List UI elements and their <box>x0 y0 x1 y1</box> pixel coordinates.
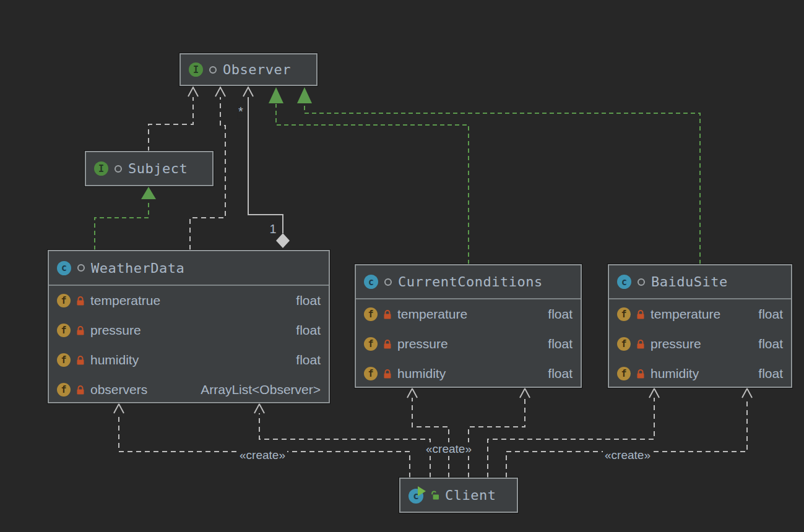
triangle-arrowhead-icon <box>297 87 312 103</box>
node-title: Client <box>445 487 496 503</box>
field-type: float <box>548 307 573 322</box>
field-row[interactable]: f humidity float <box>356 359 581 388</box>
node-baidusite[interactable]: c BaiduSite f temperature float f pressu… <box>608 264 792 388</box>
open-arrowhead-icon <box>254 404 264 413</box>
private-lock-icon <box>636 309 645 319</box>
edge-client-creates-currentconditions-1[interactable] <box>407 388 449 478</box>
edge-client-creates-currentconditions-2[interactable] <box>469 388 530 478</box>
private-lock-icon <box>383 309 392 319</box>
field-icon: f <box>57 294 71 307</box>
field-row[interactable]: f humidity float <box>609 359 791 388</box>
runnable-class-icon: c <box>408 488 425 503</box>
field-row[interactable]: f humidity float <box>49 345 329 375</box>
triangle-arrowhead-icon <box>269 87 283 103</box>
visibility-icon <box>638 278 645 286</box>
field-row[interactable]: f temperature float <box>609 299 791 329</box>
edge-client-creates-baidusite-2[interactable] <box>506 388 752 478</box>
node-observer[interactable]: I Observer <box>179 53 318 86</box>
field-name: temperatrue <box>90 293 160 308</box>
field-name: temperature <box>651 307 720 322</box>
edge-subject-to-observer[interactable] <box>149 87 198 152</box>
field-name: humidity <box>651 366 699 381</box>
triangle-arrowhead-icon <box>141 187 156 199</box>
field-type: float <box>758 366 783 381</box>
field-row[interactable]: f temperature float <box>356 299 581 329</box>
node-title: WeatherData <box>91 260 184 276</box>
visibility-icon <box>77 264 85 272</box>
private-lock-icon <box>383 339 392 349</box>
field-row[interactable]: f pressure float <box>609 329 791 359</box>
field-name: pressure <box>90 323 141 338</box>
class-icon: c <box>617 275 631 289</box>
field-icon: f <box>57 324 71 337</box>
edge-label-create: «create» <box>238 448 287 462</box>
field-icon: f <box>617 307 631 321</box>
private-lock-icon <box>636 339 645 349</box>
visibility-icon <box>384 278 392 286</box>
field-type: float <box>296 323 321 338</box>
run-play-icon <box>418 486 426 496</box>
field-name: humidity <box>90 353 139 367</box>
node-currentconditions[interactable]: c CurrentConditions f temperature float … <box>355 264 582 388</box>
edge-client-creates-baidusite-1[interactable] <box>488 388 659 478</box>
field-type: float <box>296 353 321 367</box>
field-type: float <box>758 337 783 351</box>
open-arrowhead-icon <box>649 388 659 398</box>
edge-weatherdata-aggregates-observer[interactable] <box>243 87 290 248</box>
private-lock-icon <box>76 385 85 395</box>
private-lock-icon <box>636 369 645 379</box>
open-arrowhead-icon <box>114 404 124 413</box>
fields-section: f temperature float f pressure float f h… <box>356 298 581 388</box>
node-title: Subject <box>128 161 188 176</box>
field-icon: f <box>57 383 71 397</box>
field-icon: f <box>364 337 378 351</box>
edge-client-creates-weatherdata-2[interactable] <box>254 404 430 478</box>
node-title: BaiduSite <box>651 274 728 290</box>
private-lock-icon <box>76 296 85 306</box>
open-arrowhead-icon <box>188 87 198 97</box>
open-arrowhead-icon <box>243 87 253 97</box>
interface-icon: I <box>189 62 203 77</box>
field-row[interactable]: f pressure float <box>356 329 581 359</box>
field-row[interactable]: f pressure float <box>49 315 329 345</box>
field-row[interactable]: f observers ArrayList<Observer> <box>49 375 329 405</box>
edge-baidusite-implements-observer[interactable] <box>297 87 700 264</box>
field-row[interactable]: f temperatrue float <box>49 286 329 315</box>
field-icon: f <box>617 367 631 380</box>
diagram-canvas: I Observer I Subject c WeatherData f tem… <box>0 0 804 532</box>
node-title: Observer <box>223 62 291 77</box>
node-subject[interactable]: I Subject <box>85 151 214 186</box>
field-name: pressure <box>651 337 701 351</box>
field-type: ArrayList<Observer> <box>201 382 321 397</box>
field-type: float <box>548 337 573 351</box>
node-client[interactable]: c Client <box>399 478 518 513</box>
node-weatherdata[interactable]: c WeatherData f temperatrue float f pres… <box>48 250 330 403</box>
field-type: float <box>296 293 321 308</box>
field-type: float <box>548 366 573 381</box>
open-arrowhead-icon <box>520 388 530 398</box>
edge-client-creates-weatherdata-1[interactable] <box>114 404 410 478</box>
edge-label-create: «create» <box>603 448 652 462</box>
class-icon: c <box>364 275 378 289</box>
multiplicity-label-one: 1 <box>268 222 277 236</box>
open-arrowhead-icon <box>742 388 752 398</box>
aggregation-diamond-icon <box>276 233 290 248</box>
field-type: float <box>758 307 783 322</box>
public-open-lock-icon <box>430 490 440 500</box>
class-icon: c <box>57 261 71 275</box>
open-arrowhead-icon <box>215 87 225 97</box>
open-arrowhead-icon <box>407 388 417 398</box>
visibility-icon <box>209 66 217 74</box>
field-name: humidity <box>397 366 446 381</box>
edge-label-create: «create» <box>424 442 473 456</box>
field-name: pressure <box>397 337 448 351</box>
fields-section: f temperature float f pressure float f h… <box>609 298 791 388</box>
interface-icon: I <box>94 161 108 176</box>
private-lock-icon <box>76 355 85 365</box>
field-icon: f <box>364 307 378 321</box>
field-icon: f <box>617 337 631 351</box>
multiplicity-label-star: * <box>237 105 244 119</box>
fields-section: f temperatrue float f pressure float f h… <box>49 285 329 405</box>
field-name: temperature <box>397 307 467 322</box>
edge-weatherdata-implements-subject[interactable] <box>95 187 156 250</box>
